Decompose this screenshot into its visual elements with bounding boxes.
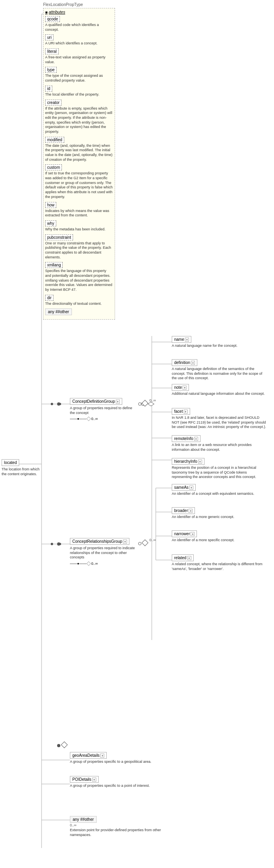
right-narrower-box[interactable]: narrower + xyxy=(172,530,197,537)
attr-pubconstraint: pubconstraint One or many constraints th… xyxy=(45,234,113,260)
attr-box-literal[interactable]: literal xyxy=(45,48,59,54)
right-hierarchyinfo-container: hierarchyInfo + Represents the position … xyxy=(172,458,268,480)
attr-box-how[interactable]: how xyxy=(45,202,56,208)
right-broader-desc: An identifier of a more generic concept. xyxy=(172,515,268,520)
right-related-box[interactable]: related + xyxy=(172,554,194,561)
attributes-box: ■ attributes qcode A qualified code whic… xyxy=(43,8,115,320)
connector-dot-2 xyxy=(57,542,60,546)
right-remoteinfo-desc: A link to an item or a web resource whic… xyxy=(172,443,268,452)
right-name-label: name xyxy=(174,337,184,342)
right-remoteinfo-box[interactable]: remoteInfo + xyxy=(172,435,201,442)
right-note-desc: Additional natural language information … xyxy=(172,392,268,396)
right-note-box[interactable]: note + xyxy=(172,384,189,391)
located-desc: The location from which the content orig… xyxy=(2,467,42,476)
attr-desc-literal: A free-text value assigned as property v… xyxy=(45,55,113,64)
attributes-label: attributes xyxy=(49,10,65,14)
right-definition-container: definition + A natural language definiti… xyxy=(172,359,268,381)
svg-point-27 xyxy=(51,543,53,545)
expand-concept-def[interactable]: + xyxy=(116,400,120,404)
concept-def-label: ConceptDefinitionGroup xyxy=(72,399,115,404)
attr-id: id The local identifier of the property. xyxy=(45,86,113,97)
right-definition-label: definition xyxy=(174,360,190,365)
right-narrower-container: narrower + An identifier of a more speci… xyxy=(172,530,268,543)
attr-desc-modified: The date (and, optionally, the time) whe… xyxy=(45,144,113,162)
choice-circle-1 xyxy=(138,402,141,406)
concept-rel-label: ConceptRelationshipsGroup xyxy=(72,539,122,544)
right-facet-desc: In NAR 1.8 and later, facet is deprecate… xyxy=(172,416,268,430)
expand-note[interactable]: + xyxy=(183,386,187,390)
attr-box-qcode[interactable]: qcode xyxy=(45,16,60,22)
attr-box-creator[interactable]: creator xyxy=(45,100,62,106)
expand-concept-rel[interactable]: + xyxy=(123,540,127,544)
expand-geoarea[interactable]: + xyxy=(100,754,104,758)
concept-definition-group-box[interactable]: ConceptDefinitionGroup + xyxy=(70,398,122,405)
expand-sameas[interactable]: + xyxy=(189,486,193,490)
geo-area-details-box[interactable]: geoAreaDetails + xyxy=(70,752,107,759)
right-remoteinfo-label: remoteInfo xyxy=(174,436,193,441)
choice-diamond-1 xyxy=(142,400,149,407)
right-sameas-box[interactable]: sameAs + xyxy=(172,484,196,491)
attr-how: how Indicates by which means the value w… xyxy=(45,202,113,218)
geo-area-label: geoAreaDetails xyxy=(72,753,99,758)
geo-area-details-container: geoAreaDetails + A group of properties s… xyxy=(70,752,166,764)
any-other-bottom-container: any ##other 0..∞ Extension point for pro… xyxy=(70,816,166,837)
attr-box-dir[interactable]: dir xyxy=(45,295,54,301)
any-other-bottom-box[interactable]: any ##other xyxy=(70,816,97,823)
expand-hierarchyinfo[interactable]: + xyxy=(198,460,202,464)
attr-box-pubconstraint[interactable]: pubconstraint xyxy=(45,234,73,240)
choice-mult-1: 0..∞ xyxy=(149,398,156,402)
attr-desc-how: Indicates by which means the value was e… xyxy=(45,209,113,218)
poi-label: POIDetails xyxy=(72,777,91,782)
right-remoteinfo-container: remoteInfo + A link to an item or a web … xyxy=(172,435,268,452)
attr-type: type The type of the concept assigned as… xyxy=(45,67,113,83)
expand-definition[interactable]: + xyxy=(191,361,195,365)
attr-box-type[interactable]: type xyxy=(45,67,57,73)
right-definition-desc: A natural language definition of the sem… xyxy=(172,367,268,381)
right-note-container: note + Additional natural language infor… xyxy=(172,384,268,396)
concept-relationships-group-container: ConceptRelationshipsGroup + A group of p… xyxy=(70,538,138,566)
diagram-title: FlexLocationPropType xyxy=(43,2,83,7)
expand-facet[interactable]: + xyxy=(184,410,188,414)
expand-name[interactable]: + xyxy=(185,338,189,342)
right-narrower-label: narrower xyxy=(174,532,190,536)
attr-box-uri[interactable]: uri xyxy=(45,34,54,40)
right-hierarchyinfo-box[interactable]: hierarchyInfo + xyxy=(172,458,205,465)
any-other-box-attrs[interactable]: any ##other xyxy=(45,308,72,315)
located-box[interactable]: located xyxy=(2,459,19,466)
poi-desc: A group of properties specific to a poin… xyxy=(70,784,166,788)
attr-desc-creator: If the attribute is empty, specifies whi… xyxy=(45,106,113,134)
attr-box-modified[interactable]: modified xyxy=(45,137,64,143)
expand-related[interactable]: + xyxy=(187,556,191,560)
right-hierarchyinfo-desc: Represents the position of a concept in … xyxy=(172,466,268,480)
connector-dot-1 xyxy=(57,402,60,406)
poi-details-container: POIDetails + A group of properties speci… xyxy=(70,776,166,788)
right-related-desc: A related concept, where the relationshi… xyxy=(172,562,268,571)
choice-diamond-3 xyxy=(61,742,68,748)
attr-dir: dir The directionality of textual conten… xyxy=(45,295,113,306)
concept-relationships-group-box[interactable]: ConceptRelationshipsGroup + xyxy=(70,538,129,545)
attr-creator: creator If the attribute is empty, speci… xyxy=(45,100,113,134)
attr-box-id[interactable]: id xyxy=(45,86,52,92)
attr-box-why[interactable]: why xyxy=(45,220,56,226)
choice-diamond-2 xyxy=(142,540,149,546)
right-name-container: name + A natural language name for the c… xyxy=(172,336,268,348)
attr-box-xmllang[interactable]: xmllang xyxy=(45,262,63,268)
right-broader-box[interactable]: broader + xyxy=(172,507,195,514)
right-definition-box[interactable]: definition + xyxy=(172,359,197,366)
poi-details-box[interactable]: POIDetails + xyxy=(70,776,99,783)
expand-broader[interactable]: + xyxy=(189,509,193,513)
right-sameas-label: sameAs xyxy=(174,485,189,490)
expand-remoteinfo[interactable]: + xyxy=(194,437,198,441)
right-facet-box[interactable]: facet + xyxy=(172,408,190,415)
attr-box-custom[interactable]: custom xyxy=(45,164,62,170)
expand-poi[interactable]: + xyxy=(92,778,96,782)
concept-def-desc: A group of properties required to define… xyxy=(70,406,138,415)
choice-mult-2: 0..∞ xyxy=(149,538,156,542)
right-broader-container: broader + An identifier of a more generi… xyxy=(172,507,268,520)
attr-desc-pubconstraint: One or many constraints that apply to pu… xyxy=(45,241,113,260)
right-name-box[interactable]: name + xyxy=(172,336,191,343)
attr-desc-custom: If set to true the corresponding propert… xyxy=(45,171,113,199)
any-other-bottom-desc: Extension point for provider-defined pro… xyxy=(70,828,166,837)
expand-narrower[interactable]: + xyxy=(191,532,195,536)
attr-modified: modified The date (and, optionally, the … xyxy=(45,137,113,162)
